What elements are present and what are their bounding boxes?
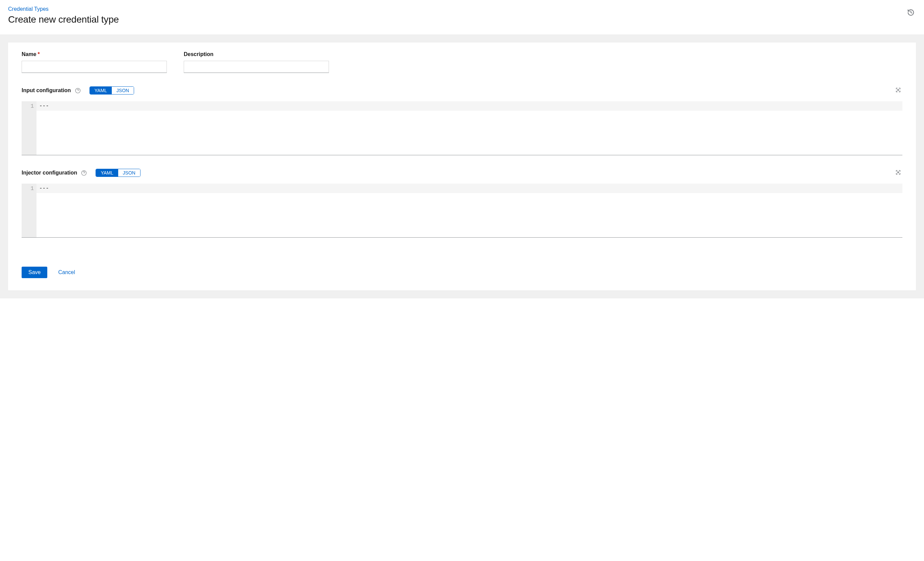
input-config-yaml-button[interactable]: YAML bbox=[90, 87, 112, 94]
history-icon[interactable] bbox=[907, 9, 915, 16]
line-number: 1 bbox=[22, 103, 34, 109]
name-field-group: Name* bbox=[22, 51, 167, 73]
editor-code-area[interactable]: --- bbox=[36, 184, 902, 237]
content-area: Name* Description Input configuration bbox=[0, 34, 924, 298]
page-header: Credential Types Create new credential t… bbox=[0, 0, 924, 34]
injector-config-label: Injector configuration bbox=[22, 170, 77, 176]
breadcrumb[interactable]: Credential Types bbox=[8, 6, 49, 12]
required-asterisk: * bbox=[38, 51, 40, 57]
injector-config-editor[interactable]: 1 --- bbox=[22, 184, 902, 238]
injector-config-json-button[interactable]: JSON bbox=[118, 169, 140, 177]
line-number: 1 bbox=[22, 186, 34, 192]
input-configuration-section: Input configuration YAML JSON bbox=[22, 87, 902, 155]
description-input[interactable] bbox=[184, 61, 329, 73]
editor-code-area[interactable]: --- bbox=[36, 101, 902, 155]
name-input[interactable] bbox=[22, 61, 167, 73]
code-line: --- bbox=[39, 185, 49, 191]
editor-gutter: 1 bbox=[22, 184, 36, 237]
expand-icon[interactable] bbox=[895, 169, 901, 175]
page-title: Create new credential type bbox=[8, 14, 916, 25]
help-icon[interactable] bbox=[81, 170, 87, 176]
input-config-format-toggle: YAML JSON bbox=[90, 87, 134, 94]
code-line: --- bbox=[39, 103, 49, 109]
injector-configuration-section: Injector configuration YAML JSON bbox=[22, 169, 902, 238]
name-label: Name* bbox=[22, 51, 167, 57]
form-card: Name* Description Input configuration bbox=[8, 42, 916, 290]
cancel-button[interactable]: Cancel bbox=[58, 269, 75, 275]
input-config-json-button[interactable]: JSON bbox=[112, 87, 134, 94]
input-config-label: Input configuration bbox=[22, 87, 71, 94]
description-field-group: Description bbox=[184, 51, 329, 73]
description-label: Description bbox=[184, 51, 329, 57]
injector-config-format-toggle: YAML JSON bbox=[96, 169, 140, 177]
input-config-editor[interactable]: 1 --- bbox=[22, 101, 902, 155]
editor-gutter: 1 bbox=[22, 101, 36, 155]
expand-icon[interactable] bbox=[895, 87, 901, 93]
help-icon[interactable] bbox=[75, 88, 81, 94]
save-button[interactable]: Save bbox=[22, 267, 47, 278]
form-actions: Save Cancel bbox=[22, 267, 902, 278]
injector-config-yaml-button[interactable]: YAML bbox=[96, 169, 118, 177]
